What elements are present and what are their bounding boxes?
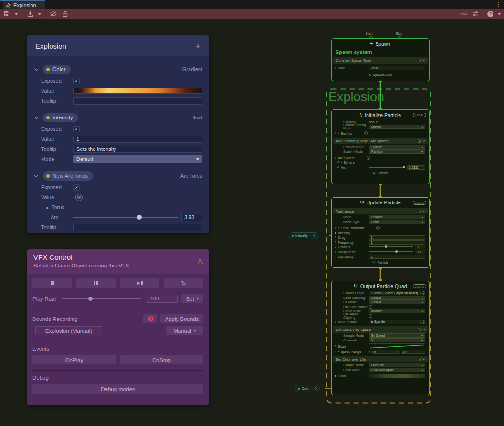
- chevron-down-icon[interactable]: [422, 209, 425, 212]
- record-bounds-button[interactable]: [143, 314, 158, 323]
- octaves-slider[interactable]: [369, 246, 413, 247]
- block-enabled-checkbox[interactable]: ✓: [418, 328, 421, 331]
- color-gradient-field[interactable]: [369, 374, 425, 378]
- arc-slider[interactable]: [369, 167, 405, 168]
- arc-value-input[interactable]: 3.93: [181, 214, 202, 221]
- lacunarity-port[interactable]: [335, 256, 336, 257]
- chevron-down-icon[interactable]: [34, 115, 38, 118]
- add-property-button[interactable]: +: [195, 42, 200, 51]
- arc-slider-handle[interactable]: [137, 215, 142, 220]
- intensity-value-input[interactable]: 1: [74, 136, 202, 143]
- arc-port[interactable]: [337, 166, 339, 168]
- play-rate-input[interactable]: 100: [147, 295, 178, 303]
- bounds-setting-dropdown[interactable]: Manual: [369, 125, 425, 129]
- chevron-down-icon[interactable]: [422, 328, 425, 330]
- play-rate-slider[interactable]: [62, 298, 141, 299]
- scale-curve-field[interactable]: [369, 343, 425, 349]
- update-node-header[interactable]: Ψ Update Particle LOCAL: [332, 198, 429, 207]
- intensity-exposed-checkbox[interactable]: ✓: [74, 126, 80, 132]
- spawn-node[interactable]: ϟ Spawn Spawn system Constant Spawn Rate…: [331, 38, 430, 81]
- output-node-header[interactable]: Ψ Output Particle Quad LOCAL: [332, 281, 429, 291]
- constant-spawn-rate-block[interactable]: Constant Spawn Rate ✓: [333, 57, 428, 64]
- octaves-slider-handle[interactable]: [385, 245, 387, 248]
- color-mode-dropdown[interactable]: Color And Alpha: [369, 368, 425, 372]
- speed-range-y-input[interactable]: 0.4: [401, 350, 425, 354]
- intensity-port-connected[interactable]: [335, 232, 336, 234]
- intensity-parameter-node[interactable]: Intensity ‹: [289, 232, 318, 239]
- step-button[interactable]: [120, 278, 160, 288]
- blend-mode-dropdown[interactable]: Additive: [369, 309, 425, 313]
- rate-input[interactable]: 25000: [369, 66, 425, 70]
- field-transform-port[interactable]: [335, 227, 336, 229]
- play-rate-handle[interactable]: [88, 297, 93, 301]
- torus-foldout[interactable]: ►Torus: [46, 204, 74, 210]
- noise-type-dropdown[interactable]: Perlin: [369, 220, 425, 224]
- output-node[interactable]: Ψ Output Particle Quad LOCAL Shader Grap…: [331, 281, 430, 395]
- arc-sphere-port[interactable]: [335, 157, 336, 159]
- color-property-pill[interactable]: Color: [43, 65, 71, 74]
- drag-input[interactable]: 1: [369, 235, 425, 240]
- set-scale-block[interactable]: Set Scale.Y by Speed ✓: [333, 326, 428, 333]
- octaves-port[interactable]: [335, 246, 336, 248]
- bounds-mode-dropdown[interactable]: Manual: [166, 326, 203, 335]
- sphere-port[interactable]: [337, 161, 339, 163]
- alpha-clipping-checkbox[interactable]: [369, 314, 372, 318]
- chevron-down-icon[interactable]: [422, 139, 425, 142]
- apply-bounds-button[interactable]: Apply Bounds: [160, 314, 203, 323]
- stop-button[interactable]: [32, 278, 72, 288]
- roughness-slider[interactable]: [369, 251, 413, 252]
- chevron-down-icon[interactable]: [422, 357, 425, 360]
- chevron-down-icon[interactable]: [34, 173, 38, 177]
- main-texture-object-field[interactable]: Sparkle: [369, 320, 421, 324]
- object-picker-icon[interactable]: ●: [422, 291, 425, 295]
- color-tooltip-input[interactable]: [74, 97, 202, 105]
- set-button[interactable]: Set: [181, 294, 203, 303]
- arc-slider[interactable]: [74, 217, 178, 218]
- local-space-icon[interactable]: L: [367, 156, 370, 160]
- world-space-toggle[interactable]: W: [75, 194, 83, 201]
- mode-dropdown[interactable]: Relative: [369, 215, 425, 219]
- foldout-icon[interactable]: [338, 227, 339, 229]
- collapse-icon[interactable]: ‹: [312, 387, 313, 391]
- color-exposed-checkbox[interactable]: ✓: [74, 78, 80, 84]
- onstop-button[interactable]: OnStop: [120, 355, 203, 364]
- foldout-icon[interactable]: [341, 161, 342, 163]
- lacunarity-input[interactable]: 2: [369, 255, 425, 259]
- octaves-value[interactable]: 3: [415, 245, 425, 249]
- spawn-mode-dropdown[interactable]: Random: [369, 149, 425, 154]
- intensity-property-pill[interactable]: Intensity: [43, 113, 78, 122]
- block-enabled-checkbox[interactable]: ✓: [418, 59, 421, 62]
- arc-slider-handle[interactable]: [403, 166, 405, 168]
- chevron-down-icon[interactable]: [422, 58, 425, 61]
- local-space-icon[interactable]: L: [376, 226, 380, 230]
- debug-modes-button[interactable]: Debug modes: [32, 384, 203, 394]
- roughness-slider-handle[interactable]: [395, 250, 398, 253]
- frequency-port[interactable]: [335, 241, 336, 243]
- roughness-port[interactable]: [335, 251, 336, 253]
- position-mode-dropdown[interactable]: Surface: [369, 145, 425, 149]
- add-position-block[interactable]: Add Position (Shape: Arc Sphere) ✓: [333, 138, 428, 144]
- scale-port[interactable]: [335, 345, 336, 347]
- foldout-icon[interactable]: [338, 132, 339, 134]
- pause-button[interactable]: [76, 278, 116, 288]
- drag-port[interactable]: [335, 236, 336, 238]
- speed-range-x-input[interactable]: 0: [372, 350, 397, 354]
- uv-mode-dropdown[interactable]: Default: [369, 300, 425, 304]
- arc-torus-property-pill[interactable]: New Arc Torus: [43, 171, 93, 181]
- speed-range-port[interactable]: [335, 351, 336, 352]
- arc-torus-tooltip-input[interactable]: [74, 224, 202, 231]
- spawn-node-header[interactable]: ϟ Spawn: [332, 39, 429, 49]
- block-enabled-checkbox[interactable]: ✓: [418, 139, 421, 143]
- channels-dropdown[interactable]: Y: [369, 338, 425, 342]
- turbulence-block[interactable]: Turbulence ✓: [333, 208, 428, 214]
- sample-mode-dropdown[interactable]: By Speed: [369, 333, 425, 338]
- arc-torus-exposed-checkbox[interactable]: ✓: [74, 184, 80, 191]
- capacity-value[interactable]: 65536: [369, 120, 425, 124]
- initialize-node-header[interactable]: ϟ Initialize Particle LOCAL: [332, 110, 429, 120]
- frequency-input[interactable]: 1: [369, 240, 425, 245]
- chevron-down-icon[interactable]: [34, 66, 38, 70]
- intensity-tooltip-input[interactable]: Sets the intensity: [74, 146, 202, 153]
- color-parameter-node[interactable]: Color ‹: [295, 385, 320, 392]
- spawn-system-label[interactable]: Spawn system: [332, 49, 429, 56]
- block-enabled-checkbox[interactable]: ✓: [418, 210, 421, 213]
